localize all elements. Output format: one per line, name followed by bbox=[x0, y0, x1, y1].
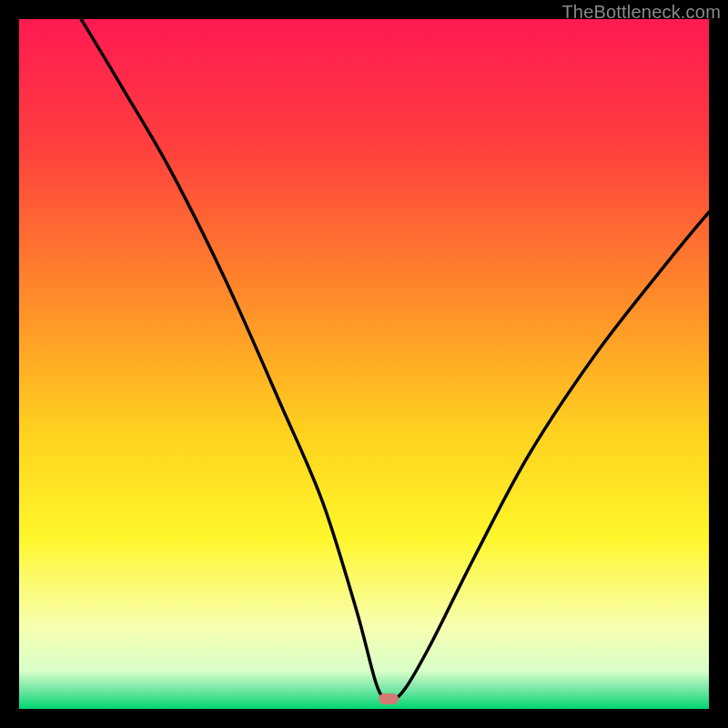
optimal-marker bbox=[379, 693, 399, 704]
bottleneck-curve bbox=[19, 19, 709, 709]
chart-frame: TheBottleneck.com bbox=[0, 0, 728, 728]
plot-area bbox=[19, 19, 709, 709]
watermark-text: TheBottleneck.com bbox=[561, 2, 721, 23]
